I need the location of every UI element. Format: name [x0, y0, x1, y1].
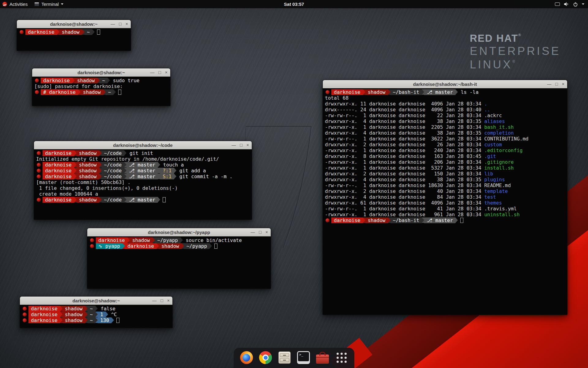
terminal-content[interactable]: darknoiseshadow~ sudo true[sudo] passwor…	[32, 77, 170, 106]
window-titlebar[interactable]: darknoise@shadow:~ — □ ×	[20, 297, 172, 305]
maximize-button[interactable]: □	[555, 82, 558, 86]
window-title: darknoise@shadow:~/bash-it	[413, 82, 477, 87]
output-text: -rwxrwxr-x. 1 darknoise darknoise 206 Ja…	[325, 159, 484, 165]
toolbox-icon	[316, 355, 329, 364]
command-text: touch a	[160, 162, 184, 168]
prompt-segment-user: darknoise	[41, 78, 72, 83]
window-titlebar[interactable]: darknoise@shadow:~ — □ ×	[17, 20, 131, 28]
minimize-button[interactable]: —	[111, 22, 115, 26]
window-title: darknoise@shadow:~	[50, 21, 97, 27]
powerline-separator-icon	[363, 89, 365, 95]
minimize-button[interactable]: —	[251, 230, 255, 234]
redhat-prompt-icon	[23, 318, 27, 322]
redhat-prompt-icon	[37, 163, 41, 167]
terminal-window-bash-it: darknoise@shadow:~/bash-it — □ × darknoi…	[322, 80, 567, 315]
redhat-prompt-icon	[90, 244, 94, 248]
prompt-segment-path: ~/pyapp	[184, 243, 209, 249]
prompt-segment-git: ⎇ master	[126, 168, 158, 174]
close-button[interactable]: ×	[167, 298, 170, 303]
app-menu-terminal[interactable]: Terminal	[34, 2, 63, 7]
prompt-segment-host: shadow	[77, 197, 99, 203]
output-text: aliases	[484, 118, 505, 124]
output-text: .editorconfig	[484, 148, 522, 153]
maximize-button[interactable]: □	[160, 298, 163, 303]
output-text: completion	[484, 130, 514, 136]
volume-icon	[564, 2, 569, 6]
prompt-segment-host: shadow	[59, 29, 82, 35]
minimize-button[interactable]: —	[232, 143, 236, 147]
system-status-area[interactable]	[555, 2, 588, 7]
output-text: drwxrwxr-x. 11 darknoise darknoise 4096 …	[325, 101, 484, 107]
output-text: -rwxrwxr-x. 1 darknoise darknoise 5327 J…	[325, 165, 484, 171]
prompt-segment-path: ~	[100, 78, 108, 83]
chevron-down-icon	[61, 3, 63, 5]
window-titlebar[interactable]: darknoise@shadow:~/pyapp — □ ×	[87, 228, 271, 236]
output-text: [sudo] password for darknoise:	[34, 83, 123, 89]
redhat-prompt-icon	[90, 238, 94, 242]
terminal-content[interactable]: darknoiseshadow~/pyapp source bin/activa…	[87, 236, 271, 289]
close-button[interactable]: ×	[126, 22, 128, 26]
powerline-separator-icon	[158, 168, 160, 173]
close-button[interactable]: ×	[165, 70, 168, 75]
dock-item-firefox[interactable]	[239, 350, 254, 365]
terminal-window-home-1: darknoise@shadow:~ — □ × darknoiseshadow…	[17, 20, 131, 51]
minimize-button[interactable]: —	[150, 70, 154, 75]
output-text: -rwxrwxr-x. 1 darknoise darknoise 240 Ja…	[325, 148, 484, 153]
dock-item-toolbox[interactable]	[315, 350, 330, 365]
output-text: themes	[484, 200, 502, 206]
window-titlebar[interactable]: darknoise@shadow:~/bash-it — □ ×	[323, 80, 567, 88]
output-text: -rw-rw-r--. 1 darknoise darknoise 41 Jan…	[325, 206, 484, 212]
output-text: drwx------. 24 darknoise darknoise 4096 …	[325, 107, 484, 113]
redhat-prompt-icon	[37, 198, 41, 202]
dock-item-chrome[interactable]	[258, 350, 273, 365]
minimize-button[interactable]: —	[152, 298, 156, 303]
terminal-cursor	[118, 90, 121, 95]
terminal-window-home-2: darknoise@shadow:~ — □ × darknoiseshadow…	[20, 296, 173, 328]
powerline-separator-icon	[158, 197, 160, 202]
output-text: drwxrwxr-x. 61 darknoise darknoise 4096 …	[325, 200, 484, 206]
output-text: README.md	[484, 182, 511, 188]
prompt-segment-user: darknoise	[28, 306, 60, 312]
dock-item-files[interactable]	[277, 350, 292, 365]
redhat-prompt-icon	[23, 307, 27, 311]
window-titlebar[interactable]: darknoise@shadow:~/code — □ ×	[34, 141, 252, 149]
output-text: template	[484, 188, 508, 194]
close-button[interactable]: ×	[266, 230, 268, 234]
powerline-separator-icon	[85, 306, 88, 311]
redhat-prompt-icon	[23, 312, 27, 316]
output-text: install.sh	[484, 165, 514, 171]
powerline-separator-icon	[103, 89, 106, 95]
prompt-segment-path: ~/code	[102, 162, 124, 168]
terminal-content[interactable]: darknoiseshadow~/code git initInitialize…	[34, 149, 252, 220]
maximize-button[interactable]: □	[119, 22, 121, 26]
terminal-app-icon	[34, 2, 39, 6]
prompt-segment-user: darknoise	[43, 174, 74, 179]
powerline-separator-icon	[74, 168, 77, 173]
output-text: ..	[484, 107, 490, 113]
output-text: -rw-rw-r--. 1 darknoise darknoise 3622 J…	[325, 136, 484, 142]
maximize-button[interactable]: □	[259, 230, 261, 234]
clock[interactable]: Sat 03:57	[284, 2, 304, 7]
terminal-content[interactable]: darknoiseshadow~	[17, 28, 131, 51]
output-text: -rw-rw-r--. 1 darknoise darknoise 22 Jan…	[325, 113, 484, 118]
command-text: git commit -a -m .	[176, 174, 232, 179]
window-titlebar[interactable]: darknoise@shadow:~ — □ ×	[32, 68, 170, 77]
dock-item-show-applications[interactable]	[334, 350, 349, 365]
dock-item-terminal[interactable]: >_	[296, 350, 311, 365]
maximize-button[interactable]: □	[158, 70, 161, 75]
minimize-button[interactable]: —	[547, 82, 551, 86]
powerline-separator-icon	[174, 174, 176, 179]
powerline-separator-icon	[455, 217, 458, 223]
close-button[interactable]: ×	[562, 82, 564, 86]
powerline-separator-icon	[74, 174, 77, 179]
rhel-logo: RED HAT® ENTERPRISE LINUX®	[470, 33, 560, 71]
close-button[interactable]: ×	[247, 143, 249, 147]
activities-button[interactable]: Activities	[0, 2, 28, 7]
terminal-content[interactable]: darknoiseshadow~/bash-it⎇ master ls -lat…	[323, 88, 567, 315]
powerline-separator-icon	[422, 217, 424, 223]
output-text: -rwxrwxr-x. 1 darknoise darknoise 2205 J…	[325, 124, 484, 130]
prompt-segment-host: shadow	[77, 150, 99, 156]
terminal-content[interactable]: darknoiseshadow~ falsedarknoiseshadow~1 …	[20, 305, 172, 328]
prompt-segment-user: darknoise	[43, 197, 74, 203]
maximize-button[interactable]: □	[240, 143, 242, 147]
